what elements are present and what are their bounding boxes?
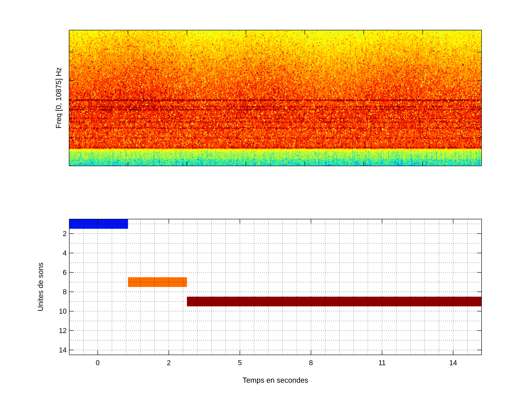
x-tick-label: 11 — [379, 359, 386, 367]
x-tick-label: 14 — [449, 359, 457, 367]
chart-dynamic-group: 025811142468101214 — [59, 30, 481, 367]
y-tick-label: 14 — [59, 346, 67, 354]
figure-page: 025811142468101214 Freq [0, 10875] Hz Un… — [0, 0, 532, 399]
unit-1-segment — [69, 219, 128, 229]
spectrogram-axes-border — [69, 30, 481, 166]
figure-svg: 025811142468101214 Freq [0, 10875] Hz Un… — [0, 0, 532, 399]
x-tick-label: 0 — [96, 359, 100, 367]
y-tick-label: 6 — [63, 269, 67, 276]
x-tick-label: 8 — [309, 359, 313, 367]
unit-7-segment — [128, 277, 187, 287]
y-tick-label: 8 — [63, 288, 67, 296]
y-tick-label: 2 — [63, 230, 67, 238]
y-tick-label: 10 — [59, 307, 67, 315]
chart-xlabel: Temps en secondes — [242, 376, 308, 384]
chart-ylabel: Unites de sons — [36, 262, 44, 311]
x-tick-label: 5 — [238, 359, 242, 367]
y-tick-label: 4 — [63, 249, 67, 257]
y-tick-label: 12 — [59, 327, 67, 335]
spectrogram-ylabel: Freq [0, 10875] Hz — [55, 67, 63, 128]
x-tick-label: 2 — [167, 359, 171, 367]
